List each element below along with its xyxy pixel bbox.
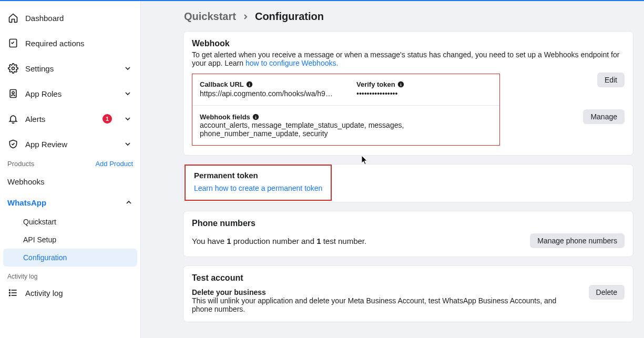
manage-phone-numbers-button[interactable]: Manage phone numbers <box>530 233 625 248</box>
info-icon: i <box>252 114 259 120</box>
sidebar-item-activity-log[interactable]: Activity log <box>0 282 140 303</box>
sidebar-item-alerts[interactable]: Alerts 1 <box>0 106 140 131</box>
permanent-token-highlight: Permanent token Learn how to create a pe… <box>185 165 332 201</box>
sidebar-item-app-roles[interactable]: App Roles <box>0 81 140 106</box>
sidebar-item-settings[interactable]: Settings <box>0 56 140 81</box>
checklist-icon <box>7 37 19 49</box>
chevron-right-icon <box>241 13 250 21</box>
delete-button[interactable]: Delete <box>589 285 625 300</box>
sidebar: Dashboard Required actions Settings App … <box>0 1 141 338</box>
svg-point-7 <box>9 290 11 291</box>
main-content: Quickstart Configuration Webhook To get … <box>141 1 644 338</box>
webhook-description: To get alerted when you receive a messag… <box>192 50 625 67</box>
alert-count-badge: 1 <box>103 114 112 124</box>
permanent-token-title: Permanent token <box>194 171 322 180</box>
sidebar-item-dashboard[interactable]: Dashboard <box>0 5 140 30</box>
sidebar-item-label: Webhooks <box>7 177 133 186</box>
chevron-down-icon <box>122 114 133 124</box>
delete-business-description: This will unlink your application and de… <box>192 296 578 313</box>
sidebar-item-label: Dashboard <box>25 14 133 23</box>
webhook-fields-value: account_alerts, message_template_status_… <box>200 121 492 138</box>
whatsapp-submenu: Quickstart API Setup Configuration <box>0 213 140 267</box>
badge-icon <box>7 88 19 99</box>
add-product-link[interactable]: Add Product <box>95 160 133 168</box>
webhook-fields-label: Webhook fields i <box>200 113 492 121</box>
sidebar-item-label: Activity log <box>25 289 133 298</box>
sidebar-item-label: WhatsApp <box>7 198 118 207</box>
verify-token-value: •••••••••••••••• <box>356 89 492 98</box>
configure-webhooks-link[interactable]: how to configure Webhooks. <box>246 59 338 67</box>
chevron-down-icon <box>122 139 133 149</box>
subnav-quickstart[interactable]: Quickstart <box>3 213 137 231</box>
sidebar-item-label: Required actions <box>25 39 133 48</box>
phone-numbers-title: Phone numbers <box>192 219 625 228</box>
subnav-configuration[interactable]: Configuration <box>3 249 137 267</box>
permanent-token-link[interactable]: Learn how to create a permanent token <box>194 184 322 192</box>
manage-button[interactable]: Manage <box>583 109 625 124</box>
products-label: Products <box>7 160 34 168</box>
verify-token-label: Verify token i <box>356 80 492 88</box>
webhook-card: Webhook To get alerted when you receive … <box>183 31 633 156</box>
chevron-down-icon <box>122 63 133 74</box>
sidebar-item-webhooks[interactable]: Webhooks <box>0 171 140 192</box>
info-icon: i <box>246 81 253 88</box>
cursor-icon <box>362 156 368 165</box>
webhook-title: Webhook <box>192 39 625 48</box>
chevron-up-icon <box>125 198 133 207</box>
test-account-title: Test account <box>192 273 625 283</box>
callback-url-value: https://api.cogmento.com/hooks/wa/h9JbTf… <box>200 89 335 98</box>
gear-icon <box>7 63 19 74</box>
products-section-header: Products Add Product <box>0 157 140 171</box>
sidebar-item-label: App Review <box>25 140 116 149</box>
test-account-card: Test account Delete your business This w… <box>183 265 633 322</box>
svg-point-8 <box>9 292 11 293</box>
sidebar-item-label: Alerts <box>25 115 96 124</box>
shield-check-icon <box>7 138 19 150</box>
sidebar-item-label: Settings <box>25 64 116 73</box>
activity-log-section-label: Activity log <box>0 267 140 282</box>
svg-point-9 <box>9 295 11 296</box>
sidebar-item-label: App Roles <box>25 89 116 98</box>
breadcrumb-current: Configuration <box>255 11 324 23</box>
edit-button[interactable]: Edit <box>597 73 625 87</box>
info-icon: i <box>397 81 404 88</box>
phone-numbers-text: You have 1 production number and 1 test … <box>192 237 366 245</box>
permanent-token-card: Permanent token Learn how to create a pe… <box>183 164 633 202</box>
delete-business-subtitle: Delete your business <box>192 288 578 296</box>
svg-point-3 <box>12 91 14 94</box>
breadcrumb-parent[interactable]: Quickstart <box>184 11 236 23</box>
home-icon <box>7 12 19 24</box>
callback-url-label: Callback URL i <box>200 80 335 88</box>
webhook-config-highlight: Callback URL i https://api.cogmento.com/… <box>192 74 500 146</box>
sidebar-item-required-actions[interactable]: Required actions <box>0 30 140 56</box>
subnav-api-setup[interactable]: API Setup <box>3 231 137 249</box>
svg-point-1 <box>12 67 15 70</box>
breadcrumb: Quickstart Configuration <box>184 11 633 23</box>
chevron-down-icon <box>122 88 133 99</box>
list-icon <box>7 287 19 299</box>
bell-icon <box>7 113 19 125</box>
sidebar-item-app-review[interactable]: App Review <box>0 131 140 157</box>
sidebar-item-whatsapp[interactable]: WhatsApp <box>0 192 140 213</box>
phone-numbers-card: Phone numbers You have 1 production numb… <box>183 211 633 257</box>
